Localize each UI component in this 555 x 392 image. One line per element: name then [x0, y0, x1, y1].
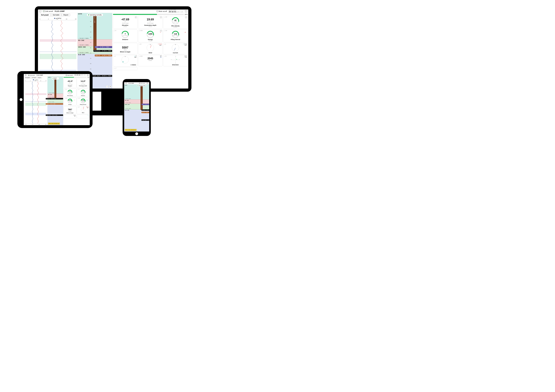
phone-frame: FLUC-2XMP Auto scroll WATER↓ 28.00 M (TW… — [123, 79, 151, 136]
home-button-icon[interactable] — [135, 132, 138, 135]
card-wind[interactable]: △ 2019 m/s284°Wind — [77, 106, 89, 114]
auto-scroll-toggle[interactable]: Auto scroll — [157, 10, 167, 12]
card-blows-to-target[interactable]: 7967blowsBlows to target — [64, 106, 76, 114]
crosshair-icon: N S E W + — [172, 56, 179, 63]
card-distance[interactable]: △ 106mm/blowDistance — [77, 88, 89, 97]
compass-icon: N — [172, 44, 179, 51]
card-distance[interactable]: △ 10 7mm / blow Distance — [113, 29, 138, 42]
demo-banner: This is a demo with fake data. — [48, 123, 60, 125]
progress-pct: 62% — [185, 14, 188, 15]
progress-bar — [113, 14, 184, 15]
marker-ssel: SSEL - 42.00 m (TWVD) — [95, 46, 112, 48]
auto-scroll-toggle[interactable]: Auto scroll — [139, 83, 145, 84]
x-axis: 06121824 — [40, 18, 76, 20]
checkbox-icon — [157, 10, 158, 12]
zoom-controls: − + — [106, 85, 111, 88]
card-partial[interactable]: △ 1.7 — [113, 67, 138, 70]
card-pile-velocity[interactable]: △ 10043mm/minPile velocity — [64, 88, 76, 97]
zoom-in-button[interactable]: + — [109, 85, 111, 88]
target-icon: N — [122, 56, 129, 63]
card-piling-interval[interactable]: △ 120119bl/25cm+10Piling interval — [77, 97, 89, 106]
pile-graphic: FLUC ✦ 2XMP — [93, 14, 96, 51]
chart-area[interactable] — [25, 82, 46, 124]
panel-left-icon[interactable] — [25, 75, 26, 76]
demo-banner: This is a demo with fake data. — [125, 129, 137, 131]
x-axis-bottom: 0.50.40.30.2 — [25, 124, 46, 125]
clock: Apr 24, 2024 20:32:01 UTC + 8 ↻ — [169, 10, 183, 13]
card-partial[interactable]: 4° — [77, 114, 89, 118]
tab-report[interactable]: Report — [61, 14, 70, 16]
card-current[interactable]: △ 8 ↗ 4 m/s114° N Current — [163, 43, 188, 54]
card-pile-status[interactable]: △ 5 ▸ 3°200° N e status — [113, 55, 138, 66]
card-elevation[interactable]: -42.47m-43.47 ⌀ fugroElevation⌀ flucto — [64, 78, 76, 88]
app-title: FLUC-2XMP — [55, 10, 65, 12]
card-energy[interactable]: △ 15001376kJ-1Energy — [64, 97, 76, 106]
tab-soil-table[interactable]: Soil table — [51, 14, 61, 16]
refresh-icon[interactable]: ⟳ — [160, 16, 162, 18]
checkbox-icon — [43, 10, 45, 12]
card-blows-to-target[interactable]: 5597blows Blows to target — [113, 43, 138, 54]
tablet-frame: Link scroll FLUC-2XMP Auto scroll 21:20:… — [17, 71, 93, 128]
status-pill: Operating normally — [87, 14, 103, 16]
tab-soil-graph[interactable]: Soil graph — [24, 77, 31, 78]
app-phone: FLUC-2XMP Auto scroll WATER↓ 28.00 M (TW… — [124, 82, 149, 131]
marker-ssel-ef: SSEL-EF - 52.00 m (TWVD) — [95, 55, 112, 57]
link-scroll-toggle[interactable]: Link scroll — [43, 10, 53, 12]
progress-row: 62% — [113, 14, 188, 15]
card-partial[interactable]: 5 m/s83° — [64, 114, 76, 118]
marker-target: Target depth - 60.00 m (TWVD) — [92, 75, 112, 77]
metrics-panel: 62% -47.69m -48.69 ⌀ fugro Elevation⌀ fl… — [112, 13, 188, 88]
card-crane[interactable]: △ 4000 90°38° 2045 tonnes — [138, 55, 163, 66]
tab-soil-graph[interactable]: Soil graph — [39, 14, 51, 16]
panel-left-icon[interactable] — [125, 83, 127, 84]
tab-report[interactable]: Report — [37, 77, 42, 78]
card-wind[interactable]: △ 20 ↑ 14 m/s291° N Wind — [138, 43, 163, 54]
panel-right-icon[interactable] — [87, 75, 88, 76]
home-button-icon[interactable] — [20, 98, 22, 101]
topbar: Link scroll FLUC-2XMP Auto scroll Apr 24… — [38, 9, 188, 13]
app-title: FLUC-2XMP — [128, 83, 134, 84]
refresh-icon[interactable]: ⟳ — [185, 16, 187, 18]
card-penetration[interactable]: 14.47m14.47 ⌀ fugroPenetration depth⌀ fl… — [77, 78, 89, 88]
card-diversion[interactable]: △ 25 4.2m↔ 5m N S E W + Diversion — [163, 55, 188, 66]
compass-icon: N — [147, 44, 154, 51]
card-pile-velocity[interactable]: △ 100 42mm / min Pile velocity⌀ flucto ⟳ — [163, 16, 188, 29]
panel-right-icon[interactable] — [147, 83, 148, 84]
card-elevation[interactable]: -47.69m -48.69 ⌀ fugro Elevation⌀ flucto… — [113, 16, 138, 29]
tabs: Soil graph Soil table Report — [38, 13, 77, 17]
card-penetration[interactable]: 19.69m 18.69 ⌀ fugro Penetration depth⌀ … — [138, 16, 163, 29]
tab-soil-table[interactable]: Soil table — [31, 77, 37, 78]
refresh-icon[interactable]: ⟳ — [135, 16, 137, 18]
app-tablet: Link scroll FLUC-2XMP Auto scroll 21:20:… — [24, 74, 90, 125]
marker-elevation: Elevation - 47.69 m (TWVD) — [94, 50, 112, 52]
card-energy[interactable]: △ 1500 1285kJ -1 Energy⌀ flucto ⟳ — [138, 29, 163, 42]
app-title: FLUC-2XMP — [37, 75, 43, 76]
zoom-out-button[interactable]: − — [106, 85, 108, 88]
refresh-icon[interactable]: ⟳ — [160, 30, 162, 32]
card-piling-interval[interactable]: △ 120 118blows / 25cm -10 Piling interva… — [163, 29, 188, 42]
panel-right-icon[interactable] — [185, 10, 187, 12]
link-scroll-toggle[interactable]: Link scroll — [28, 75, 35, 76]
panel-left-icon[interactable] — [39, 10, 41, 12]
auto-scroll-toggle[interactable]: Auto scroll — [66, 75, 73, 76]
